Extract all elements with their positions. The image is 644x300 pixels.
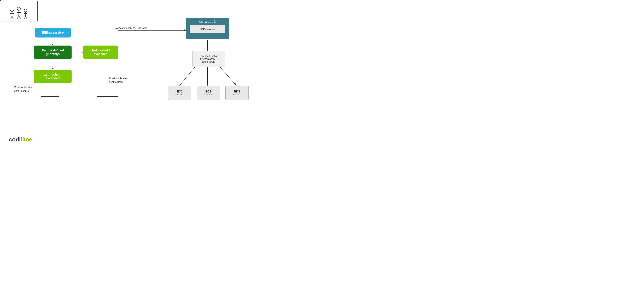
lambda-node: Lambda function(Python script +boto3 lib… bbox=[192, 51, 226, 67]
logo: codilime bbox=[9, 136, 32, 143]
svg-marker-16 bbox=[206, 49, 208, 51]
svg-line-17 bbox=[180, 67, 195, 85]
sns-service-label: SNS service bbox=[200, 28, 215, 31]
svg-marker-18 bbox=[180, 84, 182, 86]
svg-marker-22 bbox=[235, 83, 236, 86]
svg-line-32 bbox=[19, 15, 20, 19]
billing-label: Billing service bbox=[42, 31, 64, 34]
users-icon-group bbox=[0, 0, 37, 21]
person-icon-3 bbox=[23, 8, 28, 19]
second-threshold-node: 2nd tresholdexceeded bbox=[83, 45, 118, 59]
budget-label: Budget defined(monthly) bbox=[42, 49, 64, 56]
logo-lime: lime bbox=[21, 136, 32, 143]
ecs-label: ECS bbox=[206, 90, 212, 93]
svg-marker-14 bbox=[184, 29, 186, 31]
svg-point-28 bbox=[17, 7, 20, 10]
sns-service-node: SNS service bbox=[190, 25, 226, 33]
budget-node: Budget defined(monthly) bbox=[34, 45, 72, 59]
rds-node: RDS instance bbox=[226, 86, 249, 100]
ec2-sub: instance bbox=[176, 93, 184, 96]
svg-line-21 bbox=[220, 67, 236, 85]
svg-marker-20 bbox=[206, 84, 208, 86]
rds-label: RDS bbox=[234, 90, 240, 93]
svg-marker-1 bbox=[52, 44, 54, 45]
lambda-label: Lambda function(Python script +boto3 lib… bbox=[200, 55, 218, 63]
ecs-node: ECS container bbox=[197, 86, 220, 100]
label-email-second: Email notificationsent to users bbox=[109, 77, 135, 84]
eu-west-title: eu-west-1 bbox=[199, 20, 216, 24]
users-node bbox=[0, 0, 38, 21]
svg-marker-11 bbox=[96, 96, 98, 97]
ec2-node: EC2 instance bbox=[168, 86, 192, 100]
first-threshold-label: 1st tresholdexceeded bbox=[44, 73, 61, 80]
person-icon-1 bbox=[10, 8, 14, 19]
svg-point-23 bbox=[10, 9, 14, 12]
ecs-sub: container bbox=[204, 93, 213, 96]
billing-service-node: Billing service bbox=[35, 28, 71, 37]
svg-point-33 bbox=[24, 9, 27, 12]
svg-line-27 bbox=[12, 16, 14, 19]
svg-line-37 bbox=[26, 16, 27, 19]
first-threshold-node: 1st tresholdexceeded bbox=[34, 70, 72, 83]
svg-line-26 bbox=[10, 16, 12, 19]
svg-line-36 bbox=[24, 16, 26, 19]
svg-marker-8 bbox=[58, 96, 59, 97]
eu-west-container: eu-west-1 SNS service bbox=[186, 18, 229, 39]
person-icon-2 bbox=[16, 7, 22, 19]
svg-marker-5 bbox=[82, 51, 83, 53]
ec2-label: EC2 bbox=[177, 90, 182, 93]
label-email-first: Email notificationsent to users bbox=[14, 86, 40, 93]
svg-marker-3 bbox=[52, 68, 54, 70]
svg-line-31 bbox=[17, 15, 19, 19]
rds-sub: instance bbox=[233, 93, 241, 96]
second-threshold-label: 2nd tresholdexceeded bbox=[92, 49, 110, 56]
diagram-container: Billing service Budget defined(monthly) … bbox=[0, 0, 322, 150]
label-notification-sns: Notification sent to SNS topic bbox=[114, 26, 158, 30]
logo-codi: codi bbox=[9, 136, 21, 143]
